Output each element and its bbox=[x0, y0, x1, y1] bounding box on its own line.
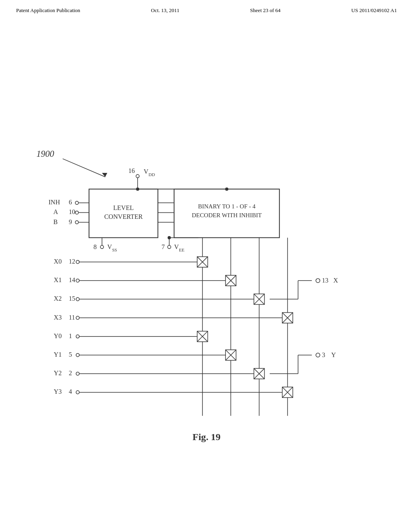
decoder-label2: DECODER WITH INHIBIT bbox=[192, 212, 262, 218]
x-bus-label: X bbox=[333, 277, 338, 284]
y1-label: Y1 bbox=[54, 351, 62, 358]
x0-pin: 12 bbox=[69, 258, 75, 265]
x-bus-num: 13 bbox=[322, 277, 328, 284]
page-header: Patent Application Publication Oct. 13, … bbox=[0, 0, 413, 14]
y3-pin-circle bbox=[76, 391, 79, 394]
x3-pin-circle bbox=[76, 316, 79, 320]
x-bus-output-circle bbox=[316, 278, 320, 283]
x0-label: X0 bbox=[54, 258, 62, 265]
fig-label: Fig. 19 bbox=[192, 432, 221, 442]
level-converter-label1: LEVEL bbox=[113, 204, 134, 211]
b-pin-circle bbox=[75, 221, 79, 224]
y2-pin-circle bbox=[76, 372, 79, 375]
svg-marker-1 bbox=[102, 173, 107, 177]
y0-pin-circle bbox=[76, 335, 79, 338]
vss-pin-circle bbox=[100, 245, 104, 249]
vss-pin-num: 8 bbox=[94, 243, 97, 250]
x3-pin: 11 bbox=[69, 314, 75, 321]
vdd-pin-num: 16 bbox=[128, 167, 135, 174]
a-label: A bbox=[53, 208, 58, 215]
vdd-label: V bbox=[144, 168, 148, 175]
vdd-sub: DD bbox=[148, 172, 155, 177]
y0-pin: 1 bbox=[69, 332, 72, 339]
figure-number: 1900 bbox=[36, 149, 54, 159]
x1-pin: 14 bbox=[69, 276, 75, 283]
svg-point-6 bbox=[225, 187, 228, 191]
y-bus-num: 3 bbox=[322, 351, 325, 358]
y-bus-label: Y bbox=[331, 351, 336, 358]
x1-pin-circle bbox=[76, 279, 79, 282]
vee-pin-circle bbox=[168, 245, 171, 249]
y3-label: Y3 bbox=[54, 388, 62, 395]
inh-pin-circle bbox=[75, 201, 79, 204]
inh-label: INH bbox=[48, 199, 60, 206]
level-converter-label2: CONVERTER bbox=[104, 213, 143, 220]
b-pin: 9 bbox=[69, 218, 72, 225]
y-bus-output-circle bbox=[316, 353, 320, 357]
vss-sub: SS bbox=[112, 247, 117, 252]
y0-label: Y0 bbox=[54, 332, 62, 339]
vee-label: V bbox=[174, 243, 179, 250]
vee-pin-num: 7 bbox=[162, 243, 165, 250]
x2-pin-circle bbox=[76, 297, 79, 301]
y3-pin: 4 bbox=[69, 388, 72, 395]
a-pin: 10 bbox=[69, 208, 75, 215]
y2-pin: 2 bbox=[69, 370, 72, 376]
x2-label: X2 bbox=[54, 295, 62, 302]
inh-pin: 6 bbox=[69, 199, 72, 206]
vee-sub: EE bbox=[179, 247, 185, 252]
vss-label: V bbox=[107, 243, 112, 250]
a-pin-circle bbox=[75, 211, 79, 214]
x2-pin: 15 bbox=[69, 295, 75, 302]
x1-label: X1 bbox=[54, 276, 62, 283]
header-patent: US 2011/0249102 A1 bbox=[351, 7, 397, 14]
vdd-pin-circle bbox=[136, 175, 139, 178]
diagram-area: 1900 16 V DD LEVEL CONVERTER BINARY TO 1… bbox=[24, 56, 389, 476]
decoder-label1: BINARY TO 1 - OF - 4 bbox=[198, 203, 256, 210]
x0-pin-circle bbox=[76, 260, 79, 264]
header-sheet: Sheet 23 of 64 bbox=[250, 7, 280, 14]
y1-pin: 5 bbox=[69, 351, 72, 358]
y2-label: Y2 bbox=[54, 370, 62, 376]
header-date: Oct. 13, 2011 bbox=[151, 7, 179, 14]
x3-label: X3 bbox=[54, 314, 62, 321]
b-label: B bbox=[53, 218, 58, 225]
svg-line-0 bbox=[63, 159, 105, 177]
y1-pin-circle bbox=[76, 353, 79, 357]
header-publication: Patent Application Publication bbox=[16, 7, 80, 14]
